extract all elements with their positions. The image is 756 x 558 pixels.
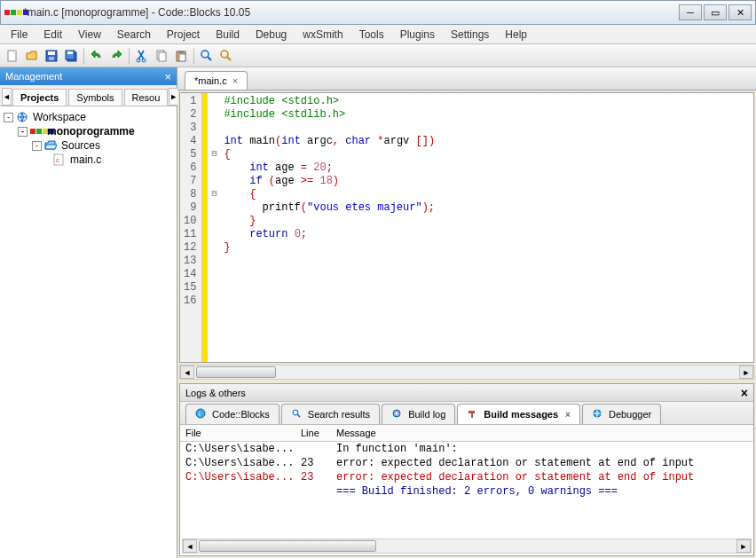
- editor-tab-label: *main.c: [194, 75, 227, 86]
- tree-file[interactable]: c main.c: [4, 153, 173, 167]
- menu-search[interactable]: Search: [110, 27, 158, 43]
- window-title: *main.c [monoprogramme] - Code::Blocks 1…: [23, 6, 679, 19]
- minimize-button[interactable]: ─: [679, 4, 702, 20]
- fold-column[interactable]: ⊟⊟: [208, 93, 220, 362]
- svg-rect-29: [471, 413, 473, 418]
- new-file-icon[interactable]: [4, 47, 21, 65]
- col-message[interactable]: Message: [331, 425, 753, 441]
- scrollbar-thumb[interactable]: [196, 366, 276, 378]
- management-close-icon[interactable]: ×: [164, 70, 171, 83]
- menu-wxsmith[interactable]: wxSmith: [295, 27, 350, 43]
- tree-label: Sources: [61, 139, 100, 152]
- scroll-right-icon[interactable]: ►: [736, 539, 751, 553]
- editor-tab-bar: *main.c ×: [177, 67, 756, 90]
- titlebar: *main.c [monoprogramme] - Code::Blocks 1…: [0, 0, 756, 25]
- menu-debug[interactable]: Debug: [248, 27, 294, 43]
- code-body[interactable]: #include <stdio.h>#include <stdlib.h>int…: [220, 93, 438, 362]
- hammer-icon: [467, 408, 479, 420]
- svg-line-18: [227, 57, 231, 60]
- table-row[interactable]: C:\Users\isabe...23error: expected decla…: [180, 470, 753, 484]
- save-all-icon[interactable]: [62, 47, 80, 65]
- gear-icon: [391, 408, 404, 420]
- paste-icon[interactable]: [172, 47, 190, 65]
- menu-edit[interactable]: Edit: [36, 27, 69, 43]
- logs-tab-buildlog[interactable]: Build log: [382, 404, 455, 424]
- logs-tab-buildmessages[interactable]: Build messages×: [457, 404, 580, 424]
- svg-line-16: [208, 57, 211, 60]
- menu-file[interactable]: File: [4, 27, 35, 43]
- code-editor[interactable]: 12345678910111213141516 ⊟⊟ #include <std…: [179, 92, 754, 363]
- table-row[interactable]: C:\Users\isabe...23error: expected decla…: [180, 456, 753, 470]
- svg-line-25: [297, 414, 300, 417]
- menu-plugins[interactable]: Plugins: [393, 27, 442, 43]
- open-file-icon[interactable]: [23, 47, 41, 65]
- find-icon[interactable]: [198, 47, 216, 65]
- logs-tab-search[interactable]: Search results: [281, 404, 380, 424]
- svg-rect-7: [67, 51, 73, 54]
- info-icon: i: [195, 408, 208, 420]
- save-icon[interactable]: [43, 47, 60, 65]
- tree-sources[interactable]: - Sources: [4, 138, 173, 153]
- copy-icon[interactable]: [153, 47, 170, 65]
- build-messages-table[interactable]: File Line Message C:\Users\isabe...In fu…: [180, 425, 753, 538]
- tree-project[interactable]: - monoprogramme: [4, 124, 173, 138]
- tab-close-icon[interactable]: ×: [232, 75, 238, 86]
- col-line[interactable]: Line: [295, 425, 331, 441]
- tree-label: main.c: [70, 153, 101, 166]
- debug-icon: [592, 408, 604, 420]
- svg-text:i: i: [199, 410, 201, 418]
- search-icon: [291, 408, 303, 420]
- tree-workspace[interactable]: - Workspace: [4, 110, 173, 124]
- logs-tab-codeblocks[interactable]: iCode::Blocks: [185, 404, 280, 424]
- tabs-prev-icon[interactable]: ◄: [2, 88, 12, 106]
- redo-icon[interactable]: [107, 47, 125, 65]
- editor-column: *main.c × 12345678910111213141516 ⊟⊟ #in…: [177, 67, 756, 558]
- tab-projects[interactable]: Projects: [12, 89, 67, 106]
- logs-tabs: iCode::Blocks Search results Build log B…: [180, 402, 753, 425]
- logs-tab-debugger[interactable]: Debugger: [582, 404, 661, 424]
- svg-rect-3: [48, 51, 55, 55]
- menu-build[interactable]: Build: [209, 27, 247, 43]
- close-button[interactable]: ✕: [728, 4, 752, 20]
- logs-hscroll[interactable]: ◄ ►: [182, 538, 752, 554]
- editor-hscroll[interactable]: ◄ ►: [179, 365, 754, 380]
- management-header: Management ×: [0, 67, 177, 85]
- logs-header: Logs & others ×: [180, 384, 753, 402]
- scrollbar-thumb[interactable]: [199, 540, 376, 552]
- scroll-right-icon[interactable]: ►: [739, 365, 753, 379]
- c-file-icon: c: [53, 153, 67, 166]
- logs-title: Logs & others: [185, 388, 246, 398]
- menu-settings[interactable]: Settings: [444, 27, 496, 43]
- expander-icon[interactable]: -: [4, 113, 13, 122]
- menu-view[interactable]: View: [71, 27, 108, 43]
- col-file[interactable]: File: [180, 425, 295, 441]
- expander-icon[interactable]: -: [32, 141, 42, 151]
- menu-tools[interactable]: Tools: [352, 27, 391, 43]
- tab-close-icon[interactable]: ×: [565, 410, 571, 420]
- expander-icon[interactable]: -: [18, 127, 28, 137]
- editor-tab[interactable]: *main.c ×: [185, 71, 248, 90]
- menu-project[interactable]: Project: [160, 27, 207, 43]
- project-tree[interactable]: - Workspace - monoprogramme - Sources c …: [0, 106, 177, 558]
- svg-rect-4: [49, 57, 54, 60]
- tab-resources[interactable]: Resou: [124, 89, 169, 106]
- logs-close-icon[interactable]: ×: [741, 386, 748, 400]
- svg-point-15: [201, 51, 209, 58]
- replace-icon[interactable]: [217, 47, 235, 65]
- app-icon: [4, 5, 19, 20]
- svg-rect-28: [469, 411, 475, 413]
- logs-panel: Logs & others × iCode::Blocks Search res…: [179, 383, 754, 556]
- scroll-left-icon[interactable]: ◄: [183, 539, 197, 553]
- svg-rect-13: [178, 51, 184, 53]
- maximize-button[interactable]: ▭: [704, 4, 727, 20]
- management-panel: Management × ◄ Projects Symbols Resou ► …: [0, 67, 177, 558]
- table-row[interactable]: C:\Users\isabe...In function 'main':: [180, 442, 753, 456]
- cut-icon[interactable]: [133, 47, 151, 65]
- menu-help[interactable]: Help: [498, 27, 534, 43]
- menubar: File Edit View Search Project Build Debu…: [0, 25, 756, 44]
- management-title: Management: [5, 71, 62, 82]
- tab-symbols[interactable]: Symbols: [68, 89, 122, 106]
- table-row[interactable]: === Build finished: 2 errors, 0 warnings…: [180, 484, 753, 499]
- undo-icon[interactable]: [88, 47, 106, 65]
- scroll-left-icon[interactable]: ◄: [180, 365, 194, 379]
